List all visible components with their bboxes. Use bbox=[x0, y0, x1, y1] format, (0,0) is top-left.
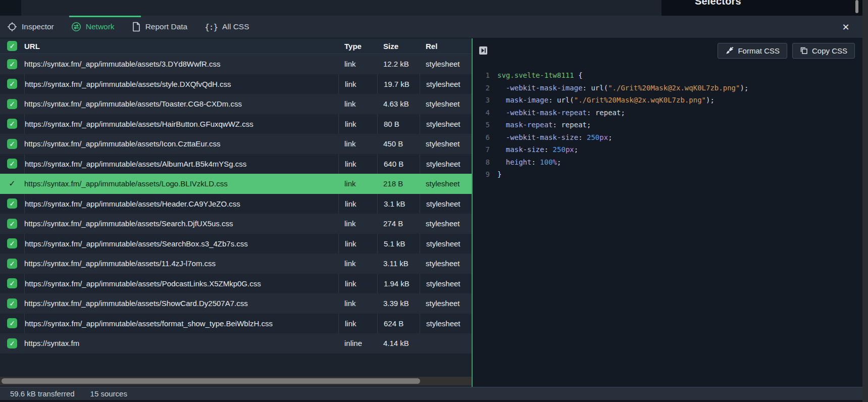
line-number: 4 bbox=[479, 107, 490, 119]
checkbox-cell: ✓ bbox=[0, 94, 24, 114]
row-url: https://syntax.fm bbox=[24, 333, 338, 354]
row-checkbox[interactable]: ✓ bbox=[7, 139, 17, 149]
column-header-size[interactable]: Size bbox=[377, 38, 420, 54]
network-icon bbox=[71, 22, 81, 32]
row-rel: stylesheet bbox=[420, 254, 472, 274]
table-row[interactable]: ✓https://syntax.fm/_app/immutable/assets… bbox=[0, 274, 472, 294]
row-checkbox[interactable]: ✓ bbox=[7, 59, 17, 69]
close-icon[interactable]: ✕ bbox=[840, 22, 851, 33]
row-url: https://syntax.fm/_app/immutable/assets/… bbox=[24, 74, 338, 94]
table-row[interactable]: ✓https://syntax.fm/_app/immutable/assets… bbox=[0, 154, 472, 174]
row-type: inline bbox=[338, 333, 377, 354]
row-type: link bbox=[338, 94, 377, 114]
table-row[interactable]: ✓https://syntax.fminline4.14 kB bbox=[0, 333, 472, 354]
table-header-row: ✓ URL Type Size Rel bbox=[0, 38, 472, 54]
table-row[interactable]: ✓https://syntax.fm/_app/immutable/assets… bbox=[0, 314, 472, 334]
row-type: link bbox=[338, 234, 377, 254]
column-header-type[interactable]: Type bbox=[338, 38, 377, 54]
selectors-heading: Selectors bbox=[695, 0, 741, 7]
tab-all-css[interactable]: {:} All CSS bbox=[205, 16, 249, 38]
code-text: -webkit-mask-repeat: repeat; bbox=[497, 107, 625, 119]
row-rel: stylesheet bbox=[420, 234, 472, 254]
row-size: 274 B bbox=[377, 214, 420, 234]
page-scrollbar-thumb[interactable] bbox=[855, 0, 858, 13]
table-row[interactable]: ✓https://syntax.fm/_app/immutable/assets… bbox=[0, 74, 472, 94]
row-url: https://syntax.fm/_app/immutable/assets/… bbox=[24, 94, 338, 114]
row-checkbox[interactable]: ✓ bbox=[7, 238, 17, 248]
table-row[interactable]: ✓https://syntax.fm/_app/immutable/assets… bbox=[0, 114, 472, 134]
row-checkbox[interactable]: ✓ bbox=[7, 219, 17, 229]
code-line: 8 height: 100%; bbox=[479, 156, 862, 169]
table-row[interactable]: ✓https://syntax.fm/_app/immutable/assets… bbox=[0, 293, 472, 314]
active-tab-indicator bbox=[69, 16, 141, 17]
row-checkbox[interactable]: ✓ bbox=[7, 318, 17, 328]
table-row[interactable]: ✓https://syntax.fm/_app/immutable/assets… bbox=[0, 194, 472, 214]
css-viewer-panel: Format CSS Copy CSS 1svg.svelte-1tw8111 … bbox=[473, 38, 862, 387]
code-line: 1svg.svelte-1tw8111 { bbox=[479, 69, 862, 82]
code-text: } bbox=[497, 168, 501, 181]
table-row[interactable]: ✓https://syntax.fm/_app/immutable/assets… bbox=[0, 174, 472, 194]
code-text: -webkit-mask-size: 250px; bbox=[497, 131, 612, 144]
expand-panel-button[interactable] bbox=[479, 46, 487, 55]
code-line: 7 mask-size: 250px; bbox=[479, 143, 862, 156]
row-type: link bbox=[338, 254, 377, 274]
row-checkbox[interactable]: ✓ bbox=[7, 259, 17, 269]
table-row[interactable]: ✓https://syntax.fm/_app/immutable/assets… bbox=[0, 214, 472, 234]
row-type: link bbox=[338, 114, 377, 134]
transferred-total: 59.6 kB transferred bbox=[10, 389, 75, 398]
tab-inspector[interactable]: Inspector bbox=[7, 16, 54, 38]
row-rel: stylesheet bbox=[420, 94, 472, 114]
horizontal-scrollbar-thumb[interactable] bbox=[2, 378, 420, 384]
horizontal-scrollbar[interactable] bbox=[0, 377, 472, 385]
tab-label: Network bbox=[86, 22, 115, 31]
row-checkbox[interactable]: ✓ bbox=[7, 99, 17, 109]
checkbox-cell: ✓ bbox=[0, 333, 24, 354]
tab-report-data[interactable]: Report Data bbox=[132, 16, 188, 38]
sources-count: 15 sources bbox=[90, 389, 127, 398]
tab-bar: Inspector Network Report Data {:} All CS… bbox=[0, 16, 862, 38]
format-css-button[interactable]: Format CSS bbox=[718, 43, 787, 59]
column-header-rel[interactable]: Rel bbox=[420, 38, 472, 54]
row-checkbox[interactable]: ✓ bbox=[7, 159, 17, 169]
checkbox-cell: ✓ bbox=[0, 74, 24, 94]
braces-icon: {:} bbox=[205, 22, 218, 32]
code-text: svg.svelte-1tw8111 { bbox=[497, 69, 583, 82]
row-rel: stylesheet bbox=[420, 274, 472, 294]
line-number: 1 bbox=[479, 69, 490, 82]
column-header-url[interactable]: URL bbox=[24, 38, 338, 54]
window-scrollbar-track[interactable] bbox=[862, 0, 868, 402]
row-url: https://syntax.fm/_app/immutable/assets/… bbox=[24, 214, 338, 234]
code-text: height: 100%; bbox=[497, 156, 561, 169]
row-url: https://syntax.fm/_app/immutable/assets/… bbox=[24, 293, 338, 314]
code-line: 6 -webkit-mask-size: 250px; bbox=[479, 131, 862, 144]
css-viewer-toolbar: Format CSS Copy CSS bbox=[473, 38, 862, 63]
table-row[interactable]: ✓https://syntax.fm/_app/immutable/assets… bbox=[0, 234, 472, 254]
tab-network[interactable]: Network bbox=[71, 16, 115, 38]
table-row[interactable]: ✓https://syntax.fm/_app/immutable/assets… bbox=[0, 54, 472, 74]
content-area: ✓ URL Type Size Rel ✓https://syntax.fm/_… bbox=[0, 38, 862, 387]
code-line: 4 -webkit-mask-repeat: repeat; bbox=[479, 107, 862, 119]
table-row[interactable]: ✓https://syntax.fm/_app/immutable/assets… bbox=[0, 254, 472, 274]
row-checkbox[interactable]: ✓ bbox=[7, 198, 17, 209]
select-all-checkbox[interactable]: ✓ bbox=[7, 41, 17, 51]
row-url: https://syntax.fm/_app/immutable/assets/… bbox=[24, 234, 338, 254]
checkbox-cell: ✓ bbox=[0, 114, 24, 134]
row-checkbox[interactable]: ✓ bbox=[7, 338, 17, 348]
row-rel bbox=[420, 333, 472, 354]
row-url: https://syntax.fm/_app/immutable/assets/… bbox=[24, 314, 338, 334]
row-url: https://syntax.fm/_app/immutable/assets/… bbox=[24, 254, 338, 274]
row-checkbox[interactable]: ✓ bbox=[7, 298, 17, 309]
row-rel: stylesheet bbox=[420, 174, 472, 194]
table-row[interactable]: ✓https://syntax.fm/_app/immutable/assets… bbox=[0, 94, 472, 114]
row-checkbox[interactable]: ✓ bbox=[7, 79, 17, 89]
tab-label: All CSS bbox=[222, 22, 249, 31]
table-row[interactable]: ✓https://syntax.fm/_app/immutable/assets… bbox=[0, 134, 472, 154]
code-text: mask-repeat: repeat; bbox=[497, 119, 591, 131]
line-number: 3 bbox=[479, 94, 490, 107]
checkbox-cell: ✓ bbox=[0, 314, 24, 334]
checkbox-cell: ✓ bbox=[0, 234, 24, 254]
row-checkbox[interactable]: ✓ bbox=[7, 179, 17, 189]
copy-css-button[interactable]: Copy CSS bbox=[792, 43, 855, 59]
row-checkbox[interactable]: ✓ bbox=[7, 119, 17, 129]
row-checkbox[interactable]: ✓ bbox=[7, 278, 17, 288]
